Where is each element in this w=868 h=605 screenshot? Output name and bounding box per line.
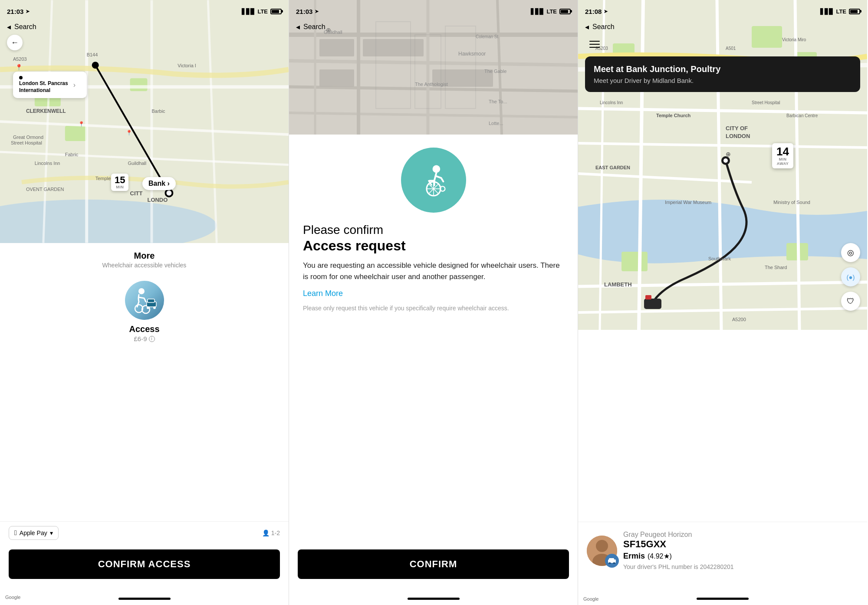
shield-button[interactable]: 🛡 [841,292,860,311]
location-center-button[interactable]: ◎ [841,243,860,262]
more-title: More [0,251,289,261]
signal-icon-3: ▋▊▉ [820,8,833,15]
apple-pay-icon:  [14,529,17,537]
home-indicator-2 [408,598,460,600]
svg-text:A5200: A5200 [732,317,746,322]
svg-text:📍: 📍 [126,129,132,136]
access-description: You are requesting an accessible vehicle… [289,254,578,282]
search-row-3: ◂ Search [578,19,867,35]
radio-icon: (●) [846,273,855,281]
search-label-1[interactable]: Search [14,23,36,31]
status-time-1: 21:03 ➤ [7,8,30,15]
driver-card: Gray Peugeot Horizon SF15GXX Ermis (4.92… [578,522,867,579]
wheelchair-icon-svg [416,163,451,197]
svg-text:A501: A501 [726,46,736,51]
svg-text:The To...: The To... [489,99,507,104]
status-bar-1: 21:03 ➤ ▋▊▉ LTE [0,0,289,19]
apple-pay-dropdown: ▾ [50,529,53,536]
status-bar-2: 21:03 ➤ ▋▊▉ LTE [289,0,578,19]
destination-card[interactable]: London St. PancrasInternational › [13,72,87,98]
min-away-badge: 14 MINAWAY [772,143,793,168]
driver-info: Gray Peugeot Horizon SF15GXX Ermis (4.92… [623,531,858,570]
wheelchair-vehicle-svg [129,285,160,316]
google-logo-1: Google [5,595,20,600]
access-icon-wrapper [401,148,466,213]
svg-point-38 [153,306,156,309]
dest-arrow-icon: › [73,81,76,89]
info-icon[interactable]: i [149,336,155,342]
svg-text:Barbican Centre: Barbican Centre [786,113,818,118]
confirm-access-button[interactable]: CONFIRM ACCESS [9,549,280,579]
svg-text:CITT: CITT [130,190,143,197]
search-row-2: ◂ Search [289,19,578,35]
hamburger-menu-button[interactable] [585,35,604,54]
panel-driver: A5203 A501 Victoria Miro Lincolns Inn Te… [578,0,867,605]
battery-icon-1 [270,9,282,14]
driver-avatar-wrapper [587,536,617,566]
svg-text:LONDON: LONDON [726,133,750,139]
svg-point-32 [138,288,145,294]
apple-pay-button[interactable]:  Apple Pay ▾ [9,526,59,540]
panel1-bottom: More Wheelchair accessible vehicles [0,243,289,605]
vehicle-name: Access [129,324,159,334]
search-label-3[interactable]: Search [592,23,615,31]
vehicle-price: £6-9 i [134,335,155,342]
signal-icon-1: ▋▊▉ [242,8,255,15]
svg-text:Fabric: Fabric [65,152,79,157]
svg-rect-4 [130,78,148,91]
svg-text:Imperial War Museum: Imperial War Museum [665,200,711,205]
battery-icon-3 [849,9,860,14]
more-header: More Wheelchair accessible vehicles [0,243,289,272]
more-subtitle: Wheelchair accessible vehicles [0,262,289,269]
svg-text:Lincolns Inn: Lincolns Inn [600,100,623,105]
svg-text:📍: 📍 [78,121,85,127]
svg-rect-51 [319,69,354,87]
svg-rect-75 [621,252,648,271]
vehicle-option[interactable]: Access £6-9 i [0,272,289,347]
car-model: Gray Peugeot Horizon [623,531,858,539]
home-indicator-3 [697,598,749,600]
svg-text:Hawksmoor: Hawksmoor [458,51,486,57]
bank-label-1[interactable]: Bank › [142,177,176,190]
svg-text:A5203: A5203 [13,56,27,62]
svg-text:B144: B144 [87,52,98,57]
panel-confirm-access: A5203 B144 Victoria I Barbic CLERKENWELL… [0,0,289,605]
confirm-button[interactable]: CONFIRM [298,549,569,579]
svg-rect-88 [645,295,651,299]
svg-text:Lotte...: Lotte... [489,121,503,126]
panel2-content: Please confirm Access request You are re… [289,135,578,605]
svg-text:The Shard: The Shard [765,265,787,270]
svg-text:The Gable: The Gable [484,69,506,74]
search-label-2[interactable]: Search [303,23,326,31]
search-row-1: ◂ Search [0,19,289,35]
svg-text:Coleman St: Coleman St [476,34,498,39]
person-icon: 👤 [262,529,270,536]
learn-more-link[interactable]: Learn More [289,282,357,298]
car-type-badge [605,554,619,568]
status-time-2: 21:03 ➤ [296,8,319,15]
passengers-label: 👤 1-2 [262,529,280,536]
svg-text:EAST GARDEN: EAST GARDEN [595,165,630,170]
svg-text:Barbic: Barbic [151,109,165,114]
dest-name: London St. PancrasInternational [19,80,68,94]
panel-confirm: Guildhall Coleman St Hawksmoor The Antho… [289,0,578,605]
svg-point-14 [166,191,171,196]
back-arrow-3: ◂ [585,22,589,32]
svg-text:Ministry of Sound: Ministry of Sound [773,200,810,205]
location-icon: ◎ [847,248,854,257]
radio-wave-button[interactable]: (●) [841,267,860,286]
svg-point-12 [92,62,99,69]
svg-point-63 [432,165,440,173]
svg-text:Great Ormond: Great Ormond [13,135,43,140]
svg-text:Victoria I: Victoria I [178,63,196,68]
svg-text:LAMBETH: LAMBETH [604,281,632,288]
car-plate: SF15GXX [623,539,858,550]
min-badge-1: 15 MIN [111,174,128,191]
svg-rect-87 [644,299,661,309]
payment-row:  Apple Pay ▾ 👤 1-2 [0,521,289,544]
vehicle-icon [125,281,164,320]
svg-text:Street Hospital: Street Hospital [752,100,780,105]
back-button-1[interactable]: ← [7,35,23,50]
home-indicator-1 [118,598,171,600]
lte-label-3: LTE [836,8,846,15]
